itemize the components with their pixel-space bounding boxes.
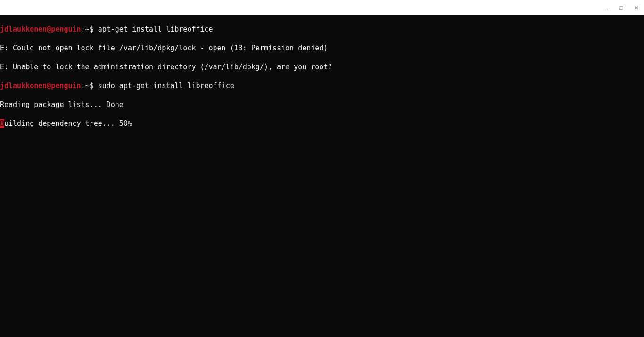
prompt-path: :~$ bbox=[81, 25, 98, 33]
close-icon[interactable]: ✕ bbox=[633, 4, 640, 11]
output-text: Reading package lists... Done bbox=[0, 100, 124, 109]
terminal-line: E: Could not open lock file /var/lib/dpk… bbox=[0, 43, 644, 53]
command-text: apt-get install libreoffice bbox=[98, 25, 213, 33]
terminal-line: jdlaukkonen@penguin:~$ sudo apt-get inst… bbox=[0, 81, 644, 90]
terminal-line: jdlaukkonen@penguin:~$ apt-get install l… bbox=[0, 25, 644, 34]
output-text: E: Could not open lock file /var/lib/dpk… bbox=[0, 44, 328, 52]
terminal-cursor: B bbox=[0, 119, 4, 128]
maximize-icon[interactable]: ❐ bbox=[618, 4, 625, 11]
terminal[interactable]: jdlaukkonen@penguin:~$ apt-get install l… bbox=[0, 15, 644, 337]
prompt-user: jdlaukkonen@penguin bbox=[0, 82, 81, 90]
terminal-line: E: Unable to lock the administration dir… bbox=[0, 62, 644, 72]
output-text: E: Unable to lock the administration dir… bbox=[0, 63, 332, 71]
prompt-path: :~$ bbox=[81, 82, 98, 90]
minimize-icon[interactable]: — bbox=[603, 4, 610, 11]
terminal-line: Building dependency tree... 50% bbox=[0, 119, 644, 128]
window-titlebar: — ❐ ✕ bbox=[0, 0, 644, 15]
terminal-line: Reading package lists... Done bbox=[0, 100, 644, 109]
command-text: sudo apt-get install libreoffice bbox=[98, 82, 234, 90]
prompt-user: jdlaukkonen@penguin bbox=[0, 25, 81, 33]
output-text: uilding dependency tree... 50% bbox=[4, 119, 132, 128]
